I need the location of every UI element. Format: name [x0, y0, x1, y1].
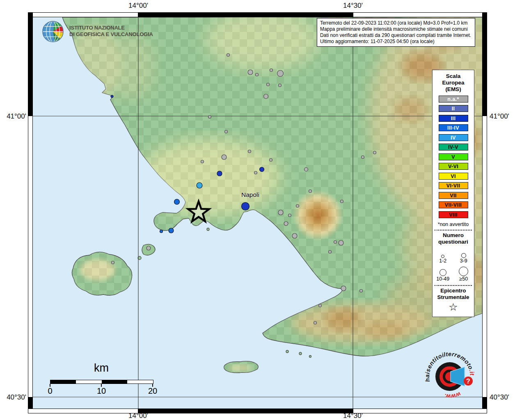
event-title-box: Terremoto del 22-09-2023 11:02:00 (ora l…: [317, 18, 475, 47]
legend-title-line: Scala: [433, 73, 474, 80]
questionnaire-size-item: 10-49: [433, 265, 453, 282]
map-point: [242, 203, 249, 210]
ems-scale-item: IV-V: [439, 144, 468, 151]
questionnaire-size-circle: [461, 253, 466, 258]
questionnaire-title-line1: Numero: [433, 232, 474, 239]
ingv-logo: ISTITUTO NAZIONALE DI GEOFISICA E VULCAN…: [40, 19, 153, 44]
map-point: [248, 70, 253, 75]
event-title-line: Dati non verificati estratti da 290 ques…: [320, 32, 472, 39]
ems-scale-item: V: [439, 153, 468, 160]
map-point: [160, 230, 163, 233]
logo-www-text: www.: [444, 391, 462, 400]
questionnaire-size-label: 10-49: [433, 276, 453, 282]
legend-divider: [435, 230, 472, 231]
map-point: [304, 168, 308, 171]
event-title-line: Mappa preliminare delle intensità macros…: [320, 26, 472, 32]
ems-scale-item: III: [439, 115, 468, 122]
ems-scale-item: VII: [439, 192, 468, 199]
questionnaire-size-item: 1-2: [433, 247, 453, 264]
map-point: [254, 171, 257, 174]
questionnaire-size-circle: [441, 255, 444, 258]
scalebar: [50, 380, 153, 384]
questionnaire-size-label: 1-2: [433, 258, 453, 264]
map-point: [278, 210, 283, 215]
event-title-line: Ultimo aggiornamento: 11-07-2025 04:50 (…: [320, 39, 472, 45]
map-point: [112, 261, 114, 264]
neatline-left-1: [28, 12, 33, 116]
legend-divider: [435, 285, 472, 286]
map-point: [222, 155, 227, 160]
map-point: [329, 251, 332, 253]
map-point: [288, 214, 291, 217]
scalebar-value-10: 10: [89, 386, 114, 396]
epicenter-title-line2: Strumentale: [433, 294, 474, 301]
ems-scale-item: IV: [439, 134, 468, 141]
scalebar-value-20: 20: [140, 386, 165, 396]
map-point: [314, 322, 317, 324]
map-point: [270, 159, 272, 162]
legend-panel: Scala Europea (EMS) n.a.*IIIIIIII-IVIVIV…: [432, 70, 474, 317]
neatline-bottom-3: [353, 409, 487, 413]
svg-text:www.: www.: [444, 391, 462, 400]
questionnaire-size-item: 3-9: [453, 247, 474, 264]
neatline-right-1: [482, 12, 487, 116]
ems-scale-item: III-IV: [439, 124, 468, 131]
map-point: [260, 167, 264, 172]
grid-label-right-top: 41°00': [490, 112, 509, 121]
ems-scale-item: II: [439, 105, 468, 112]
haisentitoilterremoto-logo: ? haisentitoilterremoto.it www.: [422, 349, 478, 404]
ems-scale-item: VI-VII: [439, 182, 468, 189]
ingv-name-line1: ISTITUTO NAZIONALE: [69, 25, 153, 31]
map-canvas: [33, 17, 482, 409]
map-point: [174, 199, 180, 205]
map-point: [341, 286, 346, 291]
neatline-top-1: [28, 12, 138, 17]
ems-scale-items: n.a.*IIIIIIII-IVIVIV-VVV-VIVIVI-VIIVIIVI…: [433, 96, 474, 218]
scalebar-unit-label: km: [50, 362, 153, 374]
grid-label-bottom-left: 14°00': [120, 412, 157, 420]
map-point: [208, 116, 211, 119]
map-point: [111, 95, 113, 98]
neatline-bottom-2: [138, 409, 353, 413]
questionnaire-size-circle: [459, 267, 468, 276]
questionnaire-size-label: 3-9: [453, 258, 474, 264]
map-point: [270, 69, 273, 72]
map-point: [362, 156, 364, 159]
map-page: 14°00' 14°30' 14°00' 14°30' 41°00' 40°30…: [0, 0, 515, 420]
ingv-globe-icon: [40, 19, 66, 44]
map-point: [284, 221, 288, 226]
map-point: [296, 205, 299, 208]
ems-scale-item: VIII: [439, 211, 468, 218]
logo-question-mark: ?: [466, 378, 470, 385]
questionnaire-title-line2: questionari: [433, 239, 474, 245]
neatline-top-2: [138, 12, 353, 17]
epicenter-title-line1: Epicentro: [433, 288, 474, 294]
city-label-napoli: Napoli: [234, 191, 267, 199]
map-point: [292, 233, 297, 238]
map-point: [267, 83, 270, 86]
ems-scale-item: V-VI: [439, 163, 468, 170]
questionnaire-size-item: ≥50: [453, 265, 474, 282]
neatline-left-2: [28, 116, 33, 397]
grid-label-top-right: 14°30': [334, 2, 371, 10]
map-point: [373, 151, 376, 154]
map-point: [197, 183, 202, 188]
map-frame: [28, 12, 487, 413]
map-point: [217, 171, 222, 176]
map-point: [277, 71, 284, 77]
map-point: [279, 84, 282, 87]
map-point: [256, 73, 259, 76]
map-point: [360, 290, 363, 292]
grid-label-bottom-right: 14°30': [334, 412, 371, 420]
ems-scale-item: VII-VIII: [439, 201, 468, 208]
scalebar-value-0: 0: [38, 386, 62, 396]
ingv-name-line2: DI GEOFISICA E VULCANOLOGIA: [69, 31, 153, 38]
grid-label-top-left: 14°00': [120, 2, 157, 10]
map-point: [225, 130, 228, 133]
map-point: [341, 200, 343, 203]
ems-scale-item: VI: [439, 173, 468, 180]
map-point: [334, 241, 337, 244]
legend-footnote: *non avvertito: [433, 221, 474, 227]
grid-label-left-bottom: 40°30': [0, 393, 26, 402]
map-point: [248, 150, 251, 153]
